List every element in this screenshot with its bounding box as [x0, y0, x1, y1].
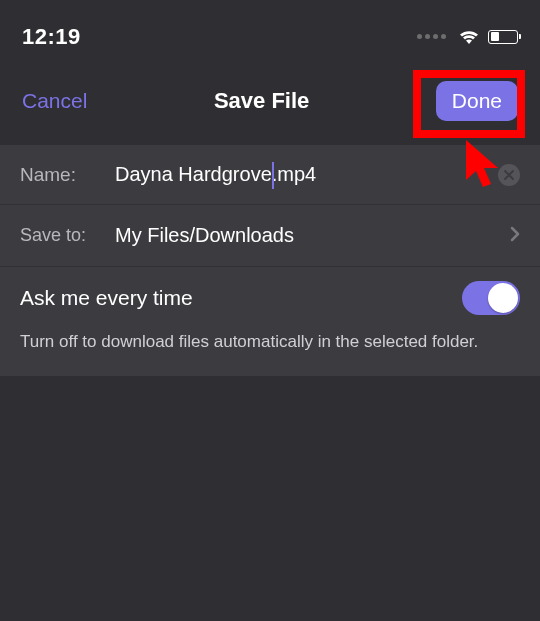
status-icons — [417, 29, 518, 45]
save-to-row[interactable]: Save to: My Files/Downloads — [0, 205, 540, 267]
page-title: Save File — [214, 88, 309, 114]
status-time: 12:19 — [22, 24, 81, 50]
done-button[interactable]: Done — [436, 81, 518, 121]
toggle-knob — [488, 283, 518, 313]
name-label: Name: — [20, 164, 115, 186]
clear-text-button[interactable] — [498, 164, 520, 186]
cell-signal-icon — [417, 34, 446, 39]
ask-every-time-row: Ask me every time — [0, 267, 540, 325]
ask-every-time-description: Turn off to download files automatically… — [0, 325, 540, 376]
ask-every-time-label: Ask me every time — [20, 286, 193, 310]
text-caret — [272, 162, 274, 189]
cancel-button[interactable]: Cancel — [22, 89, 87, 113]
battery-icon — [488, 30, 518, 44]
save-to-label: Save to: — [20, 225, 115, 246]
chevron-right-icon — [510, 226, 520, 246]
save-to-value: My Files/Downloads — [115, 224, 510, 247]
name-row: Name: Dayna Hardgrove.mp4 — [0, 145, 540, 205]
filename-before-caret: Dayna Hardgrove — [115, 163, 272, 185]
filename-after-caret: .mp4 — [272, 163, 316, 185]
status-bar: 12:19 — [0, 0, 540, 55]
filename-input[interactable]: Dayna Hardgrove.mp4 — [115, 163, 498, 186]
close-icon — [504, 170, 514, 180]
nav-bar: Cancel Save File Done — [0, 55, 540, 145]
ask-every-time-toggle[interactable] — [462, 281, 520, 315]
wifi-icon — [458, 29, 480, 45]
